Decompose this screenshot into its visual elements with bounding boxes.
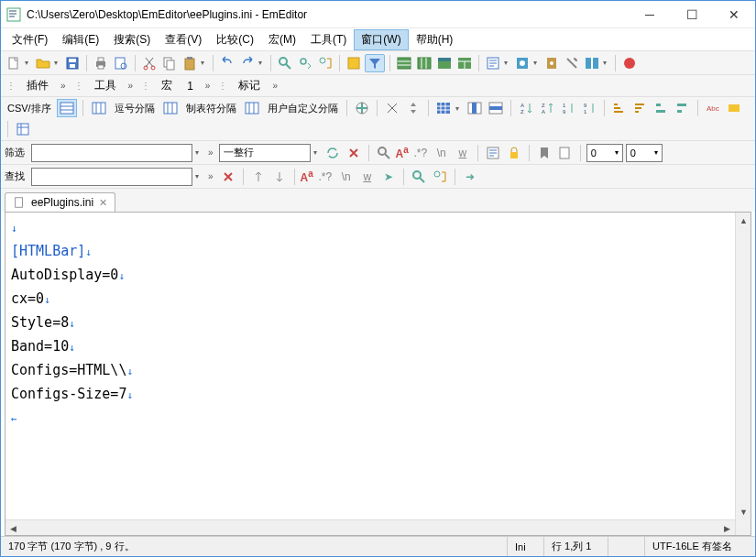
undo-icon[interactable]: [218, 54, 236, 72]
scroll-down-icon[interactable]: ▼: [736, 504, 751, 519]
menu-item[interactable]: 宏(M): [261, 29, 303, 50]
scroll-left-icon[interactable]: ◀: [5, 520, 21, 536]
properties-icon[interactable]: [484, 54, 502, 72]
chevron-icon[interactable]: »: [269, 81, 280, 91]
whole-word-icon[interactable]: w: [358, 168, 377, 186]
close-toolbar-icon[interactable]: ➜: [461, 168, 479, 186]
editor-line[interactable]: Style=8↓: [11, 311, 745, 335]
menu-item[interactable]: 文件(F): [5, 29, 55, 50]
window-split-icon[interactable]: [583, 54, 601, 72]
csv-col-icon[interactable]: [466, 99, 484, 117]
find-next-icon[interactable]: [270, 168, 289, 186]
filter-find-icon[interactable]: [375, 144, 393, 162]
regex-icon[interactable]: .*?: [411, 144, 430, 162]
scroll-right-icon[interactable]: ▶: [719, 520, 735, 536]
sort-len-asc-icon[interactable]: [610, 99, 629, 117]
open-file-icon[interactable]: [34, 54, 52, 72]
find-input[interactable]: [31, 168, 192, 186]
toolbar-tab[interactable]: 插件: [21, 76, 54, 95]
chevron-icon[interactable]: »: [58, 81, 69, 91]
filter-refresh-icon[interactable]: [323, 144, 342, 162]
menu-item[interactable]: 帮助(H): [409, 29, 461, 50]
whole-word-icon[interactable]: w: [454, 144, 472, 162]
csv-tab-icon[interactable]: [160, 99, 181, 117]
config-icon[interactable]: [513, 54, 531, 72]
redo-icon[interactable]: [238, 54, 257, 72]
csv-tool-1-icon[interactable]: [353, 99, 371, 117]
find-prev-icon[interactable]: [249, 168, 268, 186]
sort-az-icon[interactable]: AZ: [517, 99, 535, 117]
menu-item[interactable]: 比较(C): [209, 29, 261, 50]
paste-icon[interactable]: [181, 54, 199, 72]
filter-extract-icon[interactable]: [556, 144, 575, 162]
filter-after-spin[interactable]: 0▾: [626, 144, 663, 162]
sort-za-icon[interactable]: ZA: [538, 99, 556, 117]
sort-word-desc-icon[interactable]: [674, 99, 692, 117]
highlight-mark-icon[interactable]: [725, 99, 743, 117]
menu-item[interactable]: 查看(V): [158, 29, 209, 50]
editor-line[interactable]: Configs-Size=7↓: [11, 383, 745, 407]
horizontal-scrollbar[interactable]: ◀ ▶: [5, 519, 735, 535]
sort-num-asc-icon[interactable]: 19: [559, 99, 577, 117]
dropdown-icon[interactable]: ▾: [313, 148, 321, 157]
escape-icon[interactable]: \n: [337, 168, 356, 186]
regex-icon[interactable]: .*?: [316, 168, 334, 186]
tab-handle[interactable]: ⋮: [139, 81, 152, 91]
editor-line[interactable]: Configs=HTML\\↓: [11, 359, 745, 383]
menu-item[interactable]: 窗口(W): [354, 29, 408, 50]
toolbar-tab[interactable]: 标记: [233, 76, 266, 95]
dropdown-icon[interactable]: ▾: [455, 104, 463, 113]
editor-area[interactable]: ↓[HTMLBar]↓AutoDisplay=0↓cx=0↓Style=8↓Ba…: [5, 212, 751, 536]
dropdown-icon[interactable]: ▾: [195, 148, 203, 157]
chevron-icon[interactable]: »: [203, 81, 214, 91]
dropdown-icon[interactable]: ▾: [201, 59, 208, 67]
dropdown-icon[interactable]: ▾: [54, 59, 61, 67]
dropdown-icon[interactable]: ▾: [25, 59, 32, 67]
filter-scope-combo[interactable]: [219, 144, 311, 162]
tab-handle[interactable]: ⋮: [216, 81, 229, 91]
csv-extra-icon[interactable]: [14, 120, 32, 138]
escape-icon[interactable]: \n: [433, 144, 451, 162]
find-dialog-icon[interactable]: [410, 168, 428, 186]
search-next-icon[interactable]: [296, 54, 314, 72]
menu-item[interactable]: 工具(T): [303, 29, 354, 50]
tools-icon[interactable]: [563, 54, 581, 72]
sort-num-desc-icon[interactable]: 91: [580, 99, 598, 117]
incremental-icon[interactable]: ➤: [379, 168, 398, 186]
chevron-icon[interactable]: »: [126, 81, 137, 91]
filter-input[interactable]: [31, 144, 192, 162]
search-icon[interactable]: [276, 54, 294, 72]
filter-bookmark-icon[interactable]: [535, 144, 553, 162]
copy-icon[interactable]: [160, 54, 179, 72]
csv-tab-label[interactable]: 制表符分隔: [183, 102, 239, 115]
toolbar-tab[interactable]: 工具: [89, 76, 122, 95]
csv-normal-icon[interactable]: [57, 99, 77, 117]
csv-user-icon[interactable]: [242, 99, 262, 117]
editor-line[interactable]: ↓: [11, 216, 745, 240]
case-toggle-icon[interactable]: Aa: [396, 145, 409, 160]
filter-lock-icon[interactable]: [505, 144, 523, 162]
tab-handle[interactable]: ⋮: [72, 81, 85, 91]
dropdown-icon[interactable]: ▾: [533, 59, 541, 67]
filter-before-spin[interactable]: 0▾: [586, 144, 623, 162]
replace-dialog-icon[interactable]: [431, 168, 449, 186]
menu-item[interactable]: 搜索(S): [106, 29, 158, 50]
dropdown-icon[interactable]: ▾: [603, 59, 610, 67]
filter-clear-icon[interactable]: [345, 144, 363, 162]
expand-icon[interactable]: »: [205, 147, 216, 158]
new-file-icon[interactable]: [5, 54, 23, 72]
filter-toggle-icon[interactable]: [365, 54, 385, 72]
vertical-scrollbar[interactable]: ▲ ▼: [735, 213, 751, 535]
view-mode-2-icon[interactable]: [415, 54, 433, 72]
csv-comma-label[interactable]: 逗号分隔: [112, 102, 158, 115]
editor-line[interactable]: AutoDisplay=0↓: [11, 264, 745, 288]
expand-icon[interactable]: »: [205, 171, 216, 181]
csv-user-label[interactable]: 用户自定义分隔: [265, 102, 341, 115]
tab-handle[interactable]: ⋮: [5, 81, 17, 91]
dropdown-icon[interactable]: ▾: [195, 172, 203, 180]
csv-grid-icon[interactable]: [434, 99, 453, 117]
view-mode-1-icon[interactable]: [395, 54, 413, 72]
file-tab[interactable]: eePlugins.ini ✕: [5, 192, 115, 212]
csv-row-icon[interactable]: [487, 99, 505, 117]
toolbar-tab[interactable]: 宏: [156, 76, 178, 95]
